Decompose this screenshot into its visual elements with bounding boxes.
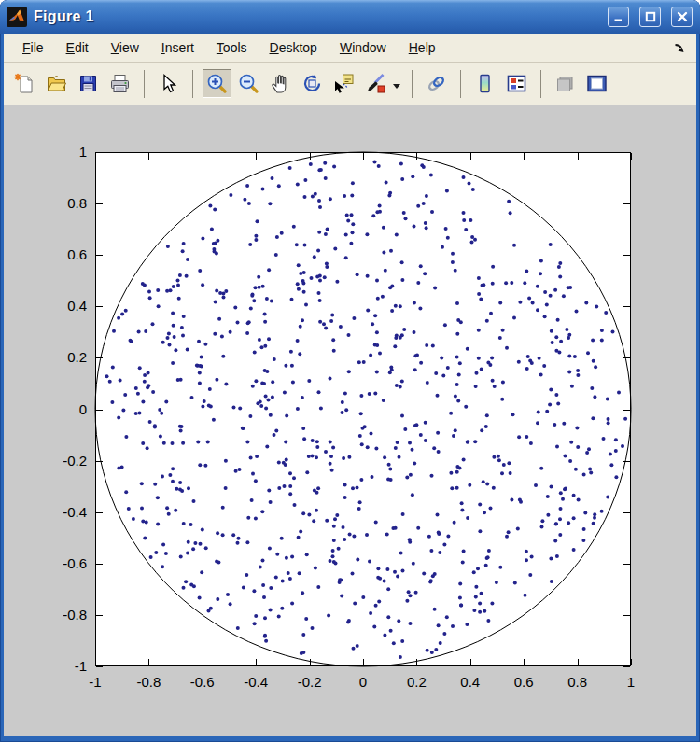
menu-overflow-arrow-icon[interactable] [672, 40, 687, 55]
x-tick-label: 0.2 [407, 674, 427, 690]
pan-hand-icon [270, 73, 291, 94]
close-button[interactable] [671, 7, 693, 27]
plot-background [95, 152, 631, 666]
window-title: Figure 1 [34, 8, 597, 25]
figure-canvas: -1-0.8-0.6-0.4-0.200.20.40.60.81-1-0.8-0… [4, 105, 696, 736]
maximize-icon [644, 10, 657, 23]
data-cursor-icon [333, 73, 355, 94]
x-tick-label: -0.6 [190, 674, 215, 690]
zoom-out-icon [238, 73, 259, 94]
y-tick-label: 0.2 [67, 349, 87, 365]
plot-axes[interactable]: -1-0.8-0.6-0.4-0.200.20.40.60.81-1-0.8-0… [4, 105, 696, 736]
brush-data-button[interactable] [361, 69, 390, 98]
toolbar-separator [192, 70, 193, 98]
x-tick-label: 0 [359, 674, 367, 690]
zoom-out-button[interactable] [234, 69, 263, 98]
x-tick-label: -0.2 [298, 674, 322, 690]
y-tick-label: 1 [79, 144, 87, 160]
show-plot-tools-icon [586, 73, 608, 94]
insert-legend-icon [506, 73, 527, 94]
brush-dropdown-arrow-icon[interactable] [393, 84, 400, 92]
rotate-3d-button[interactable] [298, 69, 327, 98]
toolbar-separator [144, 70, 145, 98]
window-content: FileEditViewInsertToolsDesktopWindowHelp… [4, 34, 696, 736]
x-tick-label: 1 [627, 674, 635, 690]
toolbar-separator [460, 70, 461, 98]
data-cursor-button[interactable] [329, 69, 358, 98]
hide-plot-tools-icon [554, 73, 576, 94]
insert-colorbar-icon [474, 73, 496, 94]
open-file-icon [46, 73, 67, 94]
menu-item-help[interactable]: Help [398, 35, 447, 60]
menu-item-insert[interactable]: Insert [150, 35, 205, 60]
link-plot-button[interactable] [422, 69, 451, 98]
figure-toolbar [4, 63, 696, 105]
show-plot-tools-button[interactable] [582, 69, 611, 98]
y-tick-label: 0 [79, 401, 87, 417]
menu-item-edit[interactable]: Edit [55, 35, 100, 60]
maximize-button[interactable] [639, 7, 661, 27]
toolbar-separator [540, 70, 541, 98]
save-figure-button[interactable] [74, 69, 103, 98]
x-tick-label: 0.8 [567, 674, 587, 690]
edit-plot-pointer-icon [158, 73, 179, 94]
x-tick-label: 0.4 [460, 674, 480, 690]
matlab-logo-icon [7, 7, 27, 27]
edit-plot-pointer-button[interactable] [154, 69, 183, 98]
brush-data-icon [365, 73, 386, 94]
y-tick-label: 0.6 [67, 246, 87, 262]
rotate-3d-icon [301, 73, 323, 94]
menu-item-file[interactable]: File [11, 35, 55, 60]
hide-plot-tools-button[interactable] [551, 69, 580, 98]
y-tick-label: -0.2 [63, 453, 87, 469]
figure-window: Figure 1 FileEditViewInsertToolsDesktopW… [0, 0, 700, 742]
menu-item-view[interactable]: View [100, 35, 150, 60]
minimize-icon [612, 10, 625, 23]
link-plot-icon [426, 73, 447, 94]
x-tick-label: -0.4 [244, 674, 268, 690]
insert-legend-button[interactable] [502, 69, 531, 98]
y-tick-label: -0.8 [63, 607, 87, 623]
y-tick-label: 0.8 [67, 195, 87, 211]
x-tick-label: -1 [89, 674, 101, 690]
menu-item-desktop[interactable]: Desktop [259, 35, 329, 60]
y-tick-label: -1 [75, 658, 87, 674]
pan-hand-button[interactable] [266, 69, 295, 98]
menu-item-window[interactable]: Window [329, 35, 398, 60]
titlebar[interactable]: Figure 1 [0, 0, 700, 34]
y-tick-label: -0.4 [63, 504, 87, 520]
save-figure-icon [77, 73, 99, 94]
new-figure-button[interactable] [10, 69, 39, 98]
new-figure-icon [14, 73, 35, 94]
insert-colorbar-button[interactable] [470, 69, 499, 98]
toolbar-separator [412, 70, 413, 98]
zoom-in-icon [206, 73, 228, 94]
x-tick-label: -0.8 [136, 674, 161, 690]
close-icon [676, 10, 689, 23]
zoom-in-button[interactable] [203, 69, 231, 98]
print-figure-button[interactable] [105, 69, 134, 98]
y-tick-label: 0.4 [67, 298, 87, 314]
menubar: FileEditViewInsertToolsDesktopWindowHelp [4, 34, 696, 63]
x-tick-label: 0.6 [514, 674, 534, 690]
menu-item-tools[interactable]: Tools [205, 35, 259, 60]
y-tick-label: -0.6 [63, 555, 87, 571]
print-figure-icon [109, 73, 131, 94]
minimize-button[interactable] [608, 7, 629, 27]
open-file-button[interactable] [42, 69, 71, 98]
